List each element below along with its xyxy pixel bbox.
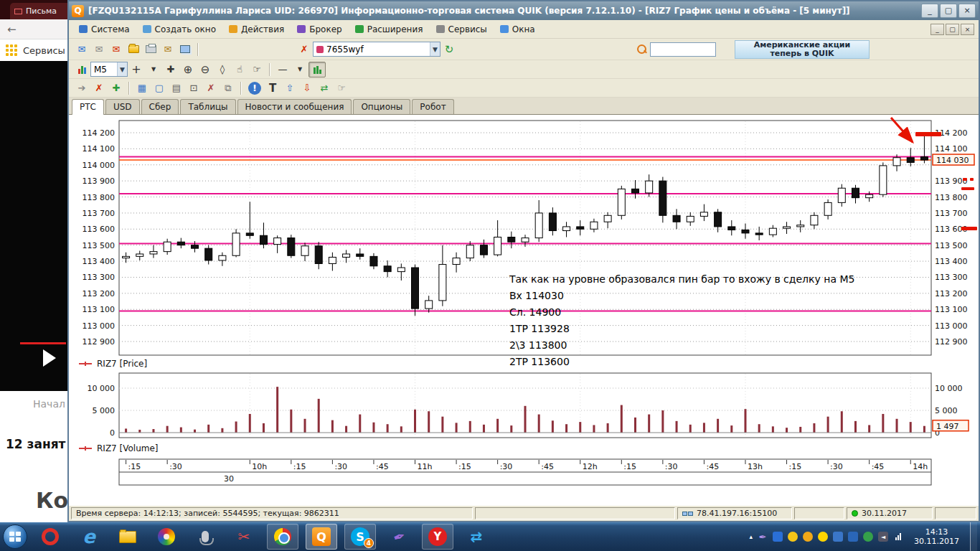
taskbar-recorder[interactable]	[189, 524, 221, 550]
grid-window-icon[interactable]: ▦	[133, 80, 151, 96]
zoom-out-icon[interactable]: ⊖	[197, 62, 214, 77]
remove-series-icon[interactable]: ✗	[202, 80, 220, 96]
promo-banner[interactable]: Американские акции теперь в QUIK	[735, 40, 870, 59]
pan-tool-icon[interactable]: ☞	[248, 62, 265, 77]
mail-open-icon[interactable]: ✉	[90, 42, 108, 57]
mdi-minimize-button[interactable]: _	[930, 24, 944, 35]
alert-icon[interactable]: !	[248, 82, 261, 95]
taskbar-snip[interactable]: ✂	[228, 524, 260, 550]
printer-icon[interactable]	[142, 42, 159, 57]
menu-windows[interactable]: Окна	[494, 22, 541, 37]
tab-tables[interactable]: Таблицы	[180, 99, 235, 114]
taskbar-explorer[interactable]	[112, 524, 143, 550]
delete-chart-icon[interactable]: ✗	[90, 80, 108, 96]
taskbar-clock[interactable]: 14:13 30.11.2017	[908, 527, 965, 546]
menu-broker[interactable]: Брокер	[291, 22, 347, 37]
maximize-button[interactable]: ▢	[940, 4, 957, 18]
bluetooth-icon[interactable]	[773, 532, 783, 542]
taskbar-yandex[interactable]: Y	[422, 524, 453, 550]
chevron-down-icon[interactable]: ▼	[430, 42, 440, 56]
tray-chevron-icon[interactable]: ▴	[749, 533, 753, 540]
chevron-down-icon[interactable]: ▼	[117, 62, 127, 76]
menu-system[interactable]: Система	[73, 22, 136, 37]
back-icon[interactable]: ←	[7, 23, 17, 36]
search-input[interactable]	[650, 42, 716, 57]
hand-up-icon[interactable]: ⇧	[281, 80, 298, 96]
account-combo[interactable]: 7655wyf ▼	[313, 42, 440, 57]
tray-app2-icon[interactable]	[803, 532, 813, 542]
phone-icon[interactable]	[863, 532, 873, 542]
add-icon[interactable]: +	[128, 62, 145, 77]
services-row[interactable]: Сервисы	[0, 39, 72, 61]
svg-text:5 000: 5 000	[93, 406, 116, 415]
tray-app4-icon[interactable]	[833, 532, 843, 542]
hand-down-icon[interactable]: ⇩	[298, 80, 316, 96]
tab-robot[interactable]: Робот	[412, 99, 453, 114]
taskbar-opera[interactable]	[34, 524, 66, 550]
candles-style-icon[interactable]	[308, 62, 326, 77]
line-tool-icon[interactable]: —	[274, 62, 291, 77]
tray-pen-icon[interactable]: ✒	[758, 532, 768, 542]
mail-compose-icon[interactable]: ✉	[73, 42, 90, 57]
text-tool-icon[interactable]: T	[264, 80, 281, 96]
taskbar-pen-app[interactable]: ✒	[383, 524, 415, 550]
taskbar-ie[interactable]: e	[73, 524, 105, 550]
menu-actions[interactable]: Действия	[223, 22, 290, 37]
browser-tab-mail[interactable]: Письма	[10, 3, 72, 19]
volume-icon[interactable]: ◄	[878, 532, 888, 542]
window-titlebar[interactable]: Q [FZQU132115A Гарифуллина Лариса UID: 2…	[69, 1, 979, 20]
pointer-tool-icon[interactable]: ☝	[231, 62, 248, 77]
tab-sber[interactable]: Сбер	[141, 99, 179, 114]
menu-create-window[interactable]: Создать окно	[137, 22, 222, 37]
mail-alert-icon[interactable]: ✉	[108, 42, 125, 57]
envelope-icon[interactable]: ✉	[159, 42, 176, 57]
banner-line1: Американские акции	[754, 41, 850, 50]
show-desktop-button[interactable]	[970, 522, 977, 551]
tray-app1-icon[interactable]	[788, 532, 798, 542]
tab-news[interactable]: Новости и сообщения	[237, 99, 352, 114]
minimize-button[interactable]: _	[921, 4, 938, 18]
tab-usd[interactable]: USD	[105, 99, 140, 114]
zoom-in-icon[interactable]: ⊕	[179, 62, 197, 77]
taskbar-chrome[interactable]	[267, 524, 298, 550]
price-legend: RIZ7 [Price]	[79, 359, 147, 369]
menu-extensions[interactable]: Расширения	[349, 22, 429, 37]
tab-rts[interactable]: РТС	[72, 99, 104, 115]
cards-icon[interactable]	[176, 42, 194, 57]
find-in-chart-icon[interactable]: ⊡	[185, 80, 202, 96]
taskbar-quik[interactable]: Q	[306, 524, 337, 550]
tray-app5-icon[interactable]	[848, 532, 858, 542]
eraser-icon[interactable]: ◊	[214, 62, 231, 77]
svg-text:113 900: 113 900	[83, 176, 116, 186]
taskbar-sync-app[interactable]: ⇄	[461, 524, 492, 550]
add-table-icon[interactable]: ✚	[108, 80, 125, 96]
play-icon[interactable]	[43, 349, 56, 367]
refresh-icon[interactable]: ↻	[440, 42, 458, 57]
tray-app3-icon[interactable]	[818, 532, 828, 542]
timeframe-combo[interactable]: M5 ▼	[90, 62, 128, 77]
tab-options[interactable]: Опционы	[353, 99, 410, 114]
move-tool-icon[interactable]: ✚	[162, 62, 179, 77]
taskbar-paint[interactable]	[151, 524, 182, 550]
line-dropdown-icon[interactable]: ▼	[291, 62, 308, 77]
connection-status: 78.41.197.16:15100	[677, 507, 792, 519]
folders-icon[interactable]	[125, 42, 142, 57]
menu-services[interactable]: Сервисы	[430, 22, 493, 37]
mdi-restore-button[interactable]: ▢	[946, 24, 959, 35]
close-button[interactable]: ×	[958, 4, 976, 18]
network-tray-icon[interactable]	[893, 532, 903, 542]
detach-icon[interactable]: ➔	[73, 80, 90, 96]
chart-type-icon[interactable]	[73, 62, 90, 77]
grab-icon[interactable]: ☞	[333, 80, 350, 96]
hands-swap-icon[interactable]: ⇄	[316, 80, 333, 96]
chart-window-icon[interactable]: ▢	[151, 80, 168, 96]
video-player[interactable]	[0, 61, 72, 391]
skype-badge: 4	[364, 538, 374, 548]
mdi-close-button[interactable]: ×	[961, 24, 974, 35]
list-window-icon[interactable]: ▤	[168, 80, 185, 96]
copy-chart-icon[interactable]: ⧉	[220, 80, 237, 96]
dropdown-icon[interactable]: ▼	[145, 62, 162, 77]
start-button[interactable]	[3, 524, 27, 549]
client-filter-icon[interactable]: ✗	[296, 42, 313, 57]
taskbar-skype[interactable]: S 4	[344, 524, 376, 550]
